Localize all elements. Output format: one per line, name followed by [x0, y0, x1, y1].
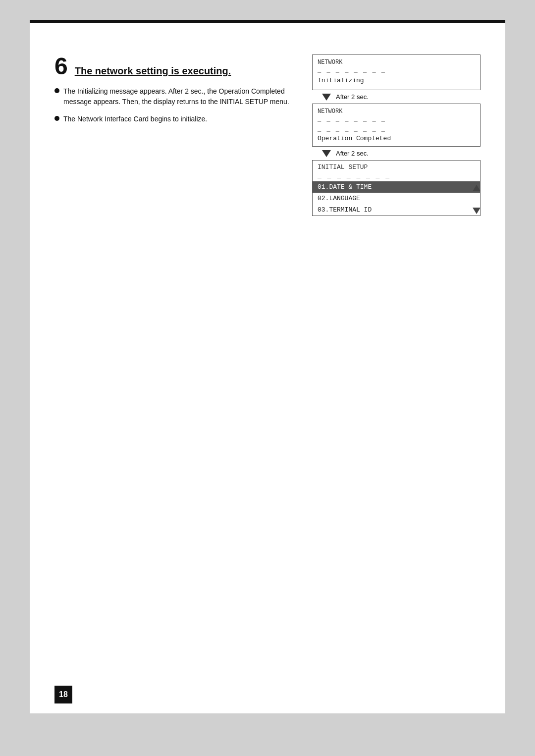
transition-1: After 2 sec. [322, 93, 481, 101]
step-heading: 6 The network setting is executing. [54, 54, 292, 78]
menu-box-outer: INITIAL SETUP _ _ _ _ _ _ _ _ 01.DATE & … [312, 160, 481, 216]
down-triangle-icon-2 [322, 150, 331, 157]
step-left: 6 The network setting is executing. The … [54, 54, 292, 216]
bullet-item-1: The Initializing message appears. After … [54, 86, 292, 107]
lcd-initializing-header: NETWORK [318, 59, 475, 66]
transition-2-label: After 2 sec. [336, 150, 369, 157]
menu-item-2[interactable]: 03.TERMINAL ID [313, 204, 480, 216]
bullet-text-2: The Network Interface Card begins to ini… [63, 114, 207, 124]
lcd-completed-dashes2: _ _ _ _ _ _ _ _ [318, 126, 475, 133]
menu-dashes: _ _ _ _ _ _ _ _ [313, 172, 480, 181]
transition-2: After 2 sec. [322, 150, 481, 157]
bullet-item-2: The Network Interface Card begins to ini… [54, 114, 292, 124]
bullet-text-1: The Initializing message appears. After … [63, 86, 292, 107]
lcd-completed-message: Operation Completed [318, 135, 475, 142]
menu-item-1[interactable]: 02.LANGUAGE [313, 193, 480, 204]
lcd-completed-dashes: _ _ _ _ _ _ _ _ [318, 116, 475, 123]
menu-item-0[interactable]: 01.DATE & TIME [313, 181, 480, 193]
step-right: NETWORK _ _ _ _ _ _ _ _ Initializing Aft… [312, 54, 481, 216]
transition-1-label: After 2 sec. [336, 93, 369, 101]
menu-down-arrow-icon [473, 208, 481, 214]
bullet-list: The Initializing message appears. After … [54, 86, 292, 124]
menu-up-arrow-icon [473, 185, 481, 191]
page-number: 18 [54, 686, 72, 703]
bullet-dot-1 [54, 88, 59, 93]
step-section: 6 The network setting is executing. The … [54, 40, 481, 216]
step-number: 6 [54, 54, 68, 78]
top-bar [30, 20, 505, 23]
down-triangle-icon-1 [322, 94, 331, 101]
bullet-dot-2 [54, 116, 59, 121]
lcd-completed: NETWORK _ _ _ _ _ _ _ _ _ _ _ _ _ _ _ _ … [312, 104, 481, 147]
menu-header: INITIAL SETUP [313, 161, 480, 172]
lcd-initializing-dashes: _ _ _ _ _ _ _ _ [318, 67, 475, 74]
lcd-initializing: NETWORK _ _ _ _ _ _ _ _ Initializing [312, 54, 481, 90]
page-wrapper: 6 The network setting is executing. The … [30, 20, 505, 713]
step-title: The network setting is executing. [75, 65, 231, 77]
lcd-initializing-message: Initializing [318, 77, 475, 84]
lcd-completed-header: NETWORK [318, 108, 475, 115]
menu-box: INITIAL SETUP _ _ _ _ _ _ _ _ 01.DATE & … [312, 160, 481, 216]
